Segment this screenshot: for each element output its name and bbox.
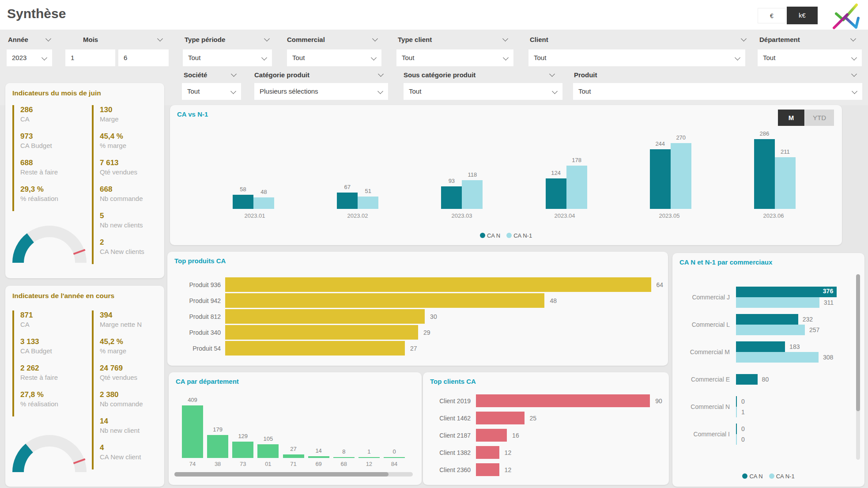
bar-departement[interactable] [182, 405, 203, 458]
commercial-select[interactable]: Tout [287, 49, 381, 66]
bar-produit[interactable] [225, 293, 544, 308]
legend-dot-ca-n [742, 473, 747, 479]
chevron-down-icon[interactable] [851, 71, 857, 77]
bar-departement[interactable] [257, 444, 279, 458]
chevron-down-icon[interactable] [549, 71, 555, 77]
bar-ca-n1[interactable] [736, 297, 819, 308]
bar-client[interactable] [476, 429, 507, 442]
bar-group: 14 [308, 447, 329, 458]
chevron-down-icon[interactable] [741, 36, 747, 42]
bar-ca-n[interactable] [441, 186, 462, 209]
bar-departement[interactable] [283, 454, 304, 458]
bar-ca-n[interactable] [337, 193, 358, 209]
annee-select[interactable]: 2023 [7, 49, 52, 66]
chevron-down-icon[interactable] [264, 36, 270, 42]
bar-ca-n[interactable] [736, 314, 798, 325]
bar-row: Commercial L 232 257 [678, 314, 837, 335]
bar-ca-n1[interactable] [253, 197, 274, 209]
bar-ca-n[interactable]: 376 [736, 287, 837, 297]
chevron-down-icon[interactable] [378, 71, 384, 77]
toggle-month-button[interactable]: M [778, 110, 804, 126]
bar-client[interactable] [476, 446, 499, 459]
bar-ca-n1[interactable] [736, 352, 819, 363]
chevron-down-icon[interactable] [850, 36, 856, 42]
bar-client[interactable] [476, 463, 499, 476]
bar-departement[interactable] [333, 457, 355, 458]
bar-ca-n1[interactable] [736, 434, 737, 445]
scrollbar-thumb[interactable] [856, 274, 860, 411]
mois-to-value[interactable] [124, 50, 164, 66]
vertical-scrollbar[interactable] [856, 274, 860, 460]
bar-group: 244 270 [650, 134, 691, 209]
mois-from-value[interactable] [71, 50, 111, 66]
bar-ca-n1[interactable] [736, 407, 737, 417]
kpi-item: 286CA [20, 105, 87, 124]
bar-row: Commercial N 0 1 [678, 396, 837, 417]
bar-ca-n1[interactable] [358, 197, 378, 209]
bar-departement[interactable] [207, 435, 228, 458]
bar-ca-n[interactable] [650, 149, 671, 209]
bar-ca-n1[interactable] [462, 180, 483, 209]
bar-ca-n[interactable] [546, 178, 566, 209]
bar-departement[interactable] [384, 457, 405, 458]
bar-ca-n1[interactable] [671, 143, 691, 209]
bar-ca-n[interactable] [736, 424, 737, 434]
top-clients-plot: Client 201990 Client 146225 Client 21871… [432, 394, 662, 476]
bar-produit[interactable] [225, 277, 651, 292]
bar-ca-n1[interactable] [736, 325, 805, 335]
legend-item: CA N-1 [769, 473, 795, 480]
x-axis-label: 12 [359, 461, 380, 467]
categorie-produit-select[interactable]: Plusieurs sélections [254, 83, 388, 100]
bar-ca-n[interactable] [736, 341, 785, 352]
currency-keur-button[interactable]: k€ [787, 7, 818, 24]
kpi-item: 2 262Reste à faire [20, 363, 87, 382]
bar-ca-n1[interactable] [775, 157, 796, 209]
client-select[interactable]: Tout [528, 49, 745, 66]
chevron-down-icon[interactable] [157, 36, 163, 42]
sous-categorie-value: Tout [409, 87, 421, 95]
filter-label-type-periode: Type période [185, 35, 225, 44]
filter-label-type-client: Type client [398, 35, 432, 44]
ca-departement-plot: 409 179 129 105 27 14 8 1 0 [182, 397, 405, 458]
bar-departement[interactable] [308, 456, 329, 458]
bar-produit[interactable] [225, 309, 425, 324]
bar-row: Produit 93664 [174, 277, 663, 292]
chevron-down-icon[interactable] [372, 36, 378, 42]
top-produits-card: Top produits CA Produit 93664 Produit 94… [167, 252, 668, 366]
bar-departement[interactable] [232, 442, 253, 458]
sous-categorie-select[interactable]: Tout [404, 83, 562, 100]
ca-vs-n1-card: CA vs N-1 M YTD 58 48 67 51 93 118 [170, 105, 842, 245]
type-client-select[interactable]: Tout [396, 49, 513, 66]
bar-ca-n[interactable] [736, 374, 758, 385]
bar-ca-n[interactable] [754, 139, 775, 209]
kpi-item: 4CA New client [100, 443, 162, 462]
kpi-month-title: Indicateurs du mois de juin [12, 89, 101, 97]
bar-ca-n1[interactable] [566, 166, 587, 209]
societe-select[interactable]: Tout [182, 83, 241, 100]
bar-produit[interactable] [225, 325, 418, 340]
bar-client[interactable] [476, 394, 650, 407]
horizontal-scrollbar[interactable] [174, 472, 413, 477]
annee-value: 2023 [12, 54, 26, 61]
bar-row: Client 236012 [432, 463, 662, 476]
bar-ca-n[interactable] [736, 396, 737, 407]
mois-to-input[interactable] [118, 49, 169, 66]
departement-select[interactable]: Tout [758, 49, 862, 66]
currency-eur-button[interactable]: € [758, 8, 786, 23]
bar-ca-n[interactable] [233, 195, 253, 209]
type-periode-select[interactable]: Tout [183, 49, 272, 66]
mois-from-input[interactable] [65, 49, 115, 66]
kpi-month-col1: 286CA 973CA Budget 688Reste à faire 29,3… [12, 105, 87, 211]
kpi-item: 45,4 %% marge [100, 132, 162, 150]
chevron-down-icon[interactable] [231, 71, 237, 77]
chevron-down-icon[interactable] [502, 36, 508, 42]
scrollbar-thumb[interactable] [174, 472, 389, 477]
toggle-ytd-button[interactable]: YTD [805, 110, 834, 126]
kpi-item: 871CA [20, 310, 87, 329]
bar-departement[interactable] [359, 457, 380, 458]
kpi-item: 5Nb new clients [100, 211, 162, 230]
bar-produit[interactable] [225, 341, 405, 356]
bar-client[interactable] [476, 412, 525, 424]
produit-select[interactable]: Tout [573, 83, 862, 100]
chevron-down-icon[interactable] [45, 36, 51, 42]
